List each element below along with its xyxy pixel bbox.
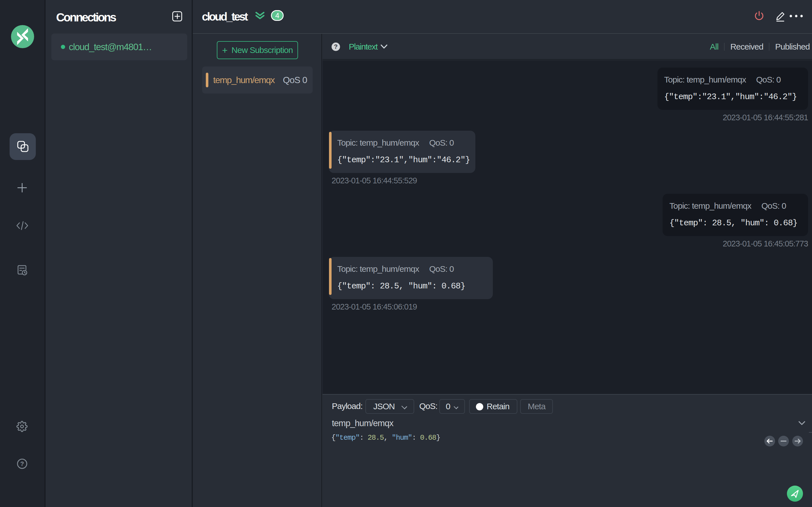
svg-text:?: ? [20, 460, 24, 467]
